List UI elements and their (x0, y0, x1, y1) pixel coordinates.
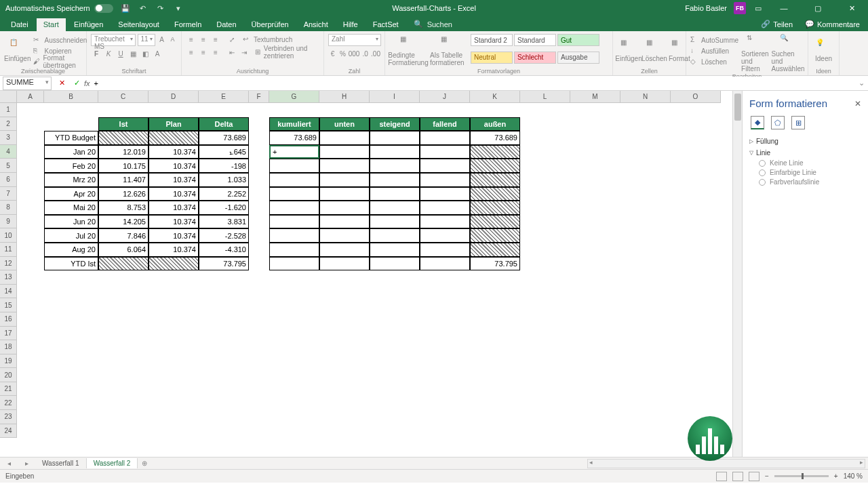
tab-start[interactable]: Start (37, 18, 66, 31)
row-header-5[interactable]: 5 (0, 159, 17, 173)
paste-button[interactable]: 📋Einfügen (4, 34, 31, 67)
cell-K11[interactable] (470, 243, 520, 257)
zoom-level[interactable]: 140 % (844, 472, 863, 480)
cell-K4[interactable] (470, 145, 520, 159)
cell-C6[interactable]: 11.407 (98, 173, 149, 187)
cell-J5[interactable] (420, 159, 470, 173)
column-header-B[interactable]: B (44, 91, 98, 103)
cell-K5[interactable] (470, 159, 520, 173)
cell-D7[interactable]: 10.374 (149, 187, 199, 201)
cell-G11[interactable] (269, 243, 319, 257)
cell-H4[interactable] (319, 145, 370, 159)
row-header-4[interactable]: 4 (0, 145, 17, 159)
cell-D11[interactable]: 10.374 (149, 243, 199, 257)
cell-I8[interactable] (370, 201, 420, 215)
cell-G6[interactable] (269, 173, 319, 187)
insert-cells-button[interactable]: ▦Einfügen (617, 34, 640, 67)
style-neutral[interactable]: Neutral (471, 52, 513, 64)
row-header-8[interactable]: 8 (0, 201, 17, 215)
border-icon[interactable]: ▦ (127, 48, 138, 59)
cell-B8[interactable]: Mai 20 (44, 201, 98, 215)
zoom-in-button[interactable]: + (834, 472, 838, 480)
tab-ansicht[interactable]: Ansicht (297, 18, 335, 31)
tab-formeln[interactable]: Formeln (167, 18, 208, 31)
cell-J6[interactable] (420, 173, 470, 187)
row-header-2[interactable]: 2 (0, 117, 17, 131)
sheet-tab-wasserfall1[interactable]: Wasserfall 1 (35, 458, 87, 468)
cell-C4[interactable]: 12.019 (98, 145, 149, 159)
cut-button[interactable]: ✂Ausschneiden (33, 35, 87, 45)
column-header-G[interactable]: G (269, 91, 319, 103)
cell-E4[interactable]: ₁.645 (199, 145, 249, 159)
column-header-A[interactable]: A (17, 91, 44, 103)
page-layout-view-button[interactable] (732, 472, 743, 481)
column-header-F[interactable]: F (249, 91, 269, 103)
cell-G5[interactable] (269, 159, 319, 173)
column-header-I[interactable]: I (370, 91, 420, 103)
cell-E7[interactable]: 2.252 (199, 187, 249, 201)
inc-decimal-icon[interactable]: .0 (361, 48, 370, 59)
align-bottom-icon[interactable]: ≡ (210, 34, 221, 45)
row-header-23[interactable]: 23 (0, 410, 17, 424)
cell-E2[interactable]: Delta (199, 117, 249, 131)
cell-H10[interactable] (319, 228, 370, 243)
name-box[interactable]: SUMME (3, 77, 52, 90)
cell-D2[interactable]: Plan (149, 117, 199, 131)
orientation-icon[interactable]: ⤢ (226, 34, 237, 45)
dec-decimal-icon[interactable]: .00 (371, 48, 380, 59)
tab-seitenlayout[interactable]: Seitenlayout (111, 18, 166, 31)
cell-D3[interactable] (149, 131, 199, 145)
tell-me-search[interactable]: 🔍 Suchen (407, 18, 459, 31)
cell-D8[interactable]: 10.374 (149, 201, 199, 215)
row-header-14[interactable]: 14 (0, 285, 17, 299)
cell-K3[interactable]: 73.689 (470, 131, 520, 145)
avatar[interactable]: FB (734, 2, 746, 14)
ideas-button[interactable]: 💡Ideen (812, 34, 835, 67)
no-line-radio[interactable]: Keine Linie (759, 159, 861, 167)
tab-einfuegen[interactable]: Einfügen (67, 18, 110, 31)
row-header-21[interactable]: 21 (0, 382, 17, 396)
row-header-16[interactable]: 16 (0, 312, 17, 327)
ribbon-options-icon[interactable]: ▭ (753, 3, 764, 14)
style-standard[interactable]: Standard (514, 34, 556, 46)
zoom-out-button[interactable]: − (765, 472, 769, 480)
autosum-button[interactable]: ΣAutoSumme (690, 35, 738, 45)
align-left-icon[interactable]: ≡ (186, 47, 197, 58)
row-header-20[interactable]: 20 (0, 368, 17, 382)
row-header-1[interactable]: 1 (0, 103, 17, 117)
cell-B11[interactable]: Aug 20 (44, 243, 98, 257)
cell-H9[interactable] (319, 215, 370, 229)
save-icon[interactable]: 💾 (120, 3, 131, 14)
increase-font-icon[interactable]: A (157, 34, 166, 45)
row-header-22[interactable]: 22 (0, 396, 17, 410)
font-color-icon[interactable]: A (152, 48, 163, 59)
row-header-9[interactable]: 9 (0, 215, 17, 229)
select-all-corner[interactable] (0, 91, 17, 103)
align-center-icon[interactable]: ≡ (198, 47, 209, 58)
cell-E6[interactable]: 1.033 (199, 173, 249, 187)
row-header-7[interactable]: 7 (0, 187, 17, 201)
cell-I6[interactable] (370, 173, 420, 187)
cell-B10[interactable]: Jul 20 (44, 228, 98, 243)
qat-customize-icon[interactable]: ▾ (173, 3, 184, 14)
cell-G10[interactable] (269, 228, 319, 243)
cell-G4[interactable]: + (269, 145, 319, 159)
worksheet-grid[interactable]: ABCDEFGHIJKLMNO 123456789101112131415161… (0, 91, 732, 457)
cell-G9[interactable] (269, 215, 319, 229)
cell-C2[interactable]: Ist (98, 117, 149, 131)
cell-J8[interactable] (420, 201, 470, 215)
cell-G12[interactable] (269, 257, 319, 271)
fill-button[interactable]: ↓Ausfüllen (690, 46, 738, 56)
normal-view-button[interactable] (716, 472, 727, 481)
fx-icon[interactable]: fx (84, 79, 90, 87)
cell-G2[interactable]: kumuliert (269, 117, 319, 131)
decrease-font-icon[interactable]: A (168, 34, 177, 45)
cell-G3[interactable]: 73.689 (269, 131, 319, 145)
row-header-19[interactable]: 19 (0, 354, 17, 369)
cell-J12[interactable] (420, 257, 470, 271)
fill-line-tab-icon[interactable]: ◆ (751, 116, 764, 129)
percent-icon[interactable]: % (338, 48, 347, 59)
style-good[interactable]: Gut (557, 34, 599, 46)
column-header-C[interactable]: C (98, 91, 149, 103)
cell-J11[interactable] (420, 243, 470, 257)
